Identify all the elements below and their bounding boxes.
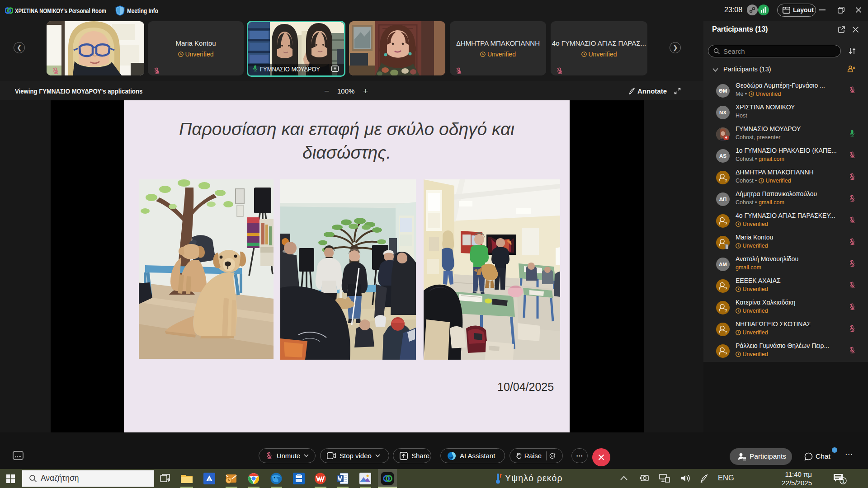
svg-text:?: ? xyxy=(725,222,727,226)
svg-text:?: ? xyxy=(725,309,727,313)
svg-text:1: 1 xyxy=(842,479,845,484)
svg-text:?: ? xyxy=(725,287,727,291)
svg-text:?: ? xyxy=(725,330,727,334)
svg-text:?: ? xyxy=(725,352,727,356)
svg-text:?: ? xyxy=(725,178,727,183)
